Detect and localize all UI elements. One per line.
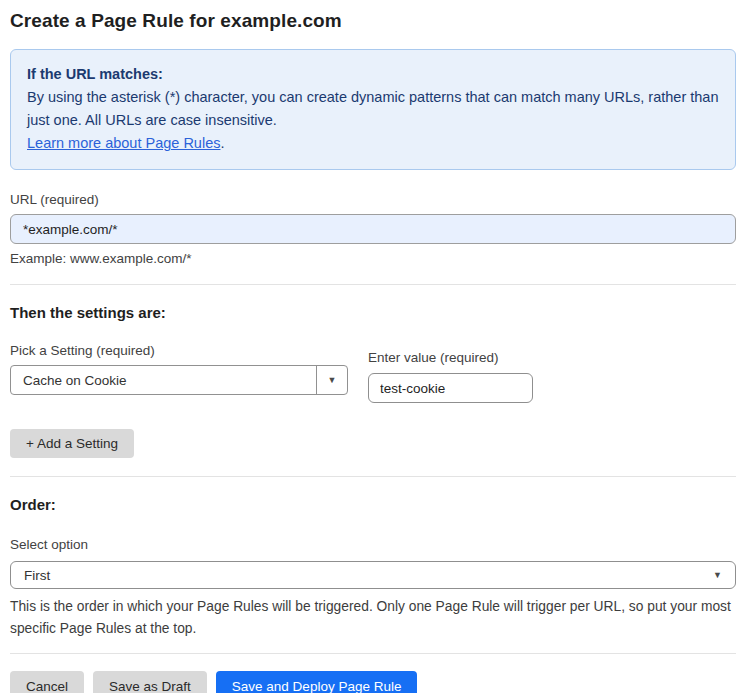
chevron-down-icon: ▼ <box>713 570 722 580</box>
url-match-info-callout: If the URL matches: By using the asteris… <box>10 49 736 170</box>
setting-dropdown-value: Cache on Cookie <box>11 366 316 394</box>
settings-section-heading: Then the settings are: <box>10 304 736 321</box>
order-section-heading: Order: <box>10 496 736 513</box>
pick-setting-column: Pick a Setting (required) Cache on Cooki… <box>10 343 348 395</box>
page-title: Create a Page Rule for example.com <box>10 10 736 32</box>
add-setting-button[interactable]: + Add a Setting <box>10 429 134 458</box>
order-helper-text: This is the order in which your Page Rul… <box>10 596 736 640</box>
order-select-label: Select option <box>10 537 736 552</box>
order-select-value: First <box>24 568 50 583</box>
pick-setting-label: Pick a Setting (required) <box>10 343 348 358</box>
info-body-text: By using the asterisk (*) character, you… <box>27 86 719 132</box>
url-field-label: URL (required) <box>10 192 736 207</box>
info-heading: If the URL matches: <box>27 63 719 86</box>
cancel-button[interactable]: Cancel <box>10 671 84 693</box>
learn-more-link[interactable]: Learn more about Page Rules <box>27 135 220 151</box>
info-link-line: Learn more about Page Rules. <box>27 132 719 155</box>
setting-value-input[interactable] <box>368 373 533 403</box>
setting-dropdown[interactable]: Cache on Cookie ▼ <box>10 365 348 395</box>
order-select[interactable]: First ▼ <box>10 561 736 589</box>
link-suffix: . <box>220 135 224 151</box>
footer-action-buttons: Cancel Save as Draft Save and Deploy Pag… <box>10 671 736 693</box>
settings-row: Pick a Setting (required) Cache on Cooki… <box>10 343 736 403</box>
enter-value-label: Enter value (required) <box>368 350 533 365</box>
url-example-text: Example: www.example.com/* <box>10 251 736 266</box>
save-as-draft-button[interactable]: Save as Draft <box>93 671 207 693</box>
divider <box>10 476 736 477</box>
divider <box>10 653 736 654</box>
url-input[interactable] <box>10 214 736 244</box>
chevron-down-icon[interactable]: ▼ <box>316 366 347 394</box>
create-page-rule-form: Create a Page Rule for example.com If th… <box>0 0 750 693</box>
save-and-deploy-button[interactable]: Save and Deploy Page Rule <box>216 671 418 693</box>
divider <box>10 284 736 285</box>
enter-value-column: Enter value (required) <box>368 350 533 403</box>
